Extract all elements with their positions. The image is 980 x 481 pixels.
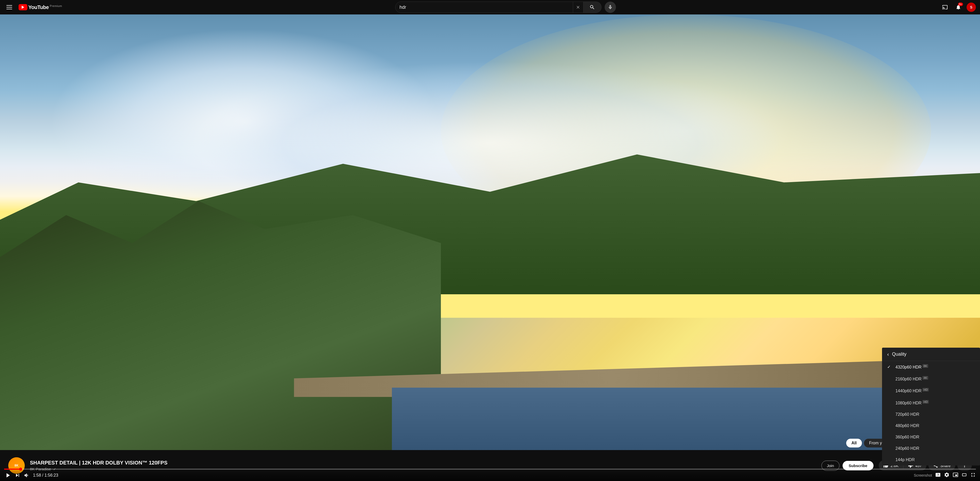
fullscreen-button[interactable] — [970, 472, 976, 479]
settings-button[interactable] — [944, 472, 950, 479]
quality-option-4320[interactable]: ✓ 4320p60 HDR8K — [882, 361, 980, 373]
time-display: 1:58 / 1:56:23 — [33, 473, 58, 478]
current-time: 1:58 — [33, 473, 41, 478]
next-button[interactable] — [14, 472, 21, 478]
video-controls: 1:58 / 1:56:23 Screenshot — [0, 468, 980, 481]
subtitles-button[interactable] — [935, 472, 941, 479]
quality-badge-8k: 8K — [923, 364, 928, 368]
quality-title: Quality — [892, 352, 907, 357]
search-input[interactable] — [399, 5, 569, 10]
premium-badge: Premium — [50, 5, 62, 8]
miniplayer-button[interactable] — [953, 472, 958, 479]
quality-label-144: 144p HDR — [896, 457, 975, 462]
quality-label-720: 720p60 HDR — [896, 412, 975, 417]
topbar: YouTube Premium — [0, 0, 980, 14]
play-button[interactable] — [4, 472, 11, 479]
screenshot-label: Screenshot — [914, 473, 932, 478]
quality-option-360[interactable]: 360p60 HDR — [882, 432, 980, 443]
quality-label-480: 480p60 HDR — [896, 424, 975, 428]
quality-panel: ‹ Quality ✓ 4320p60 HDR8K 2160p60 HDR4K — [882, 348, 980, 465]
cast-button[interactable] — [940, 2, 950, 13]
user-avatar[interactable]: S — [967, 3, 976, 12]
video-player[interactable]: ‹ Quality ✓ 4320p60 HDR8K 2160p60 HDR4K — [0, 14, 980, 481]
mute-button[interactable] — [24, 472, 30, 478]
clear-search-button[interactable] — [573, 2, 584, 13]
topbar-right: 9+ S — [935, 2, 976, 13]
quality-label-1080: 1080p60 HDRHD — [896, 400, 975, 405]
main-area: ‹ Quality ✓ 4320p60 HDR8K 2160p60 HDR4K — [0, 14, 980, 481]
progress-fill — [4, 468, 21, 470]
yt-icon — [19, 4, 27, 10]
quality-label-2160: 2160p60 HDR4K — [896, 376, 975, 381]
quality-option-1080[interactable]: 1080p60 HDRHD — [882, 397, 980, 409]
quality-badge-hd1080: HD — [923, 400, 929, 404]
check-icon: ✓ — [887, 365, 892, 370]
quality-option-2160[interactable]: 2160p60 HDR4K — [882, 373, 980, 385]
topbar-center — [81, 2, 929, 13]
quality-option-144[interactable]: 144p HDR — [882, 454, 980, 465]
quality-option-480[interactable]: 480p60 HDR — [882, 420, 980, 432]
quality-label-4320: 4320p60 HDR8K — [896, 365, 975, 370]
quality-badge-4k: 4K — [923, 376, 928, 380]
progress-bar[interactable] — [4, 468, 976, 470]
quality-back-button[interactable]: ‹ Quality — [882, 348, 980, 361]
pill-all[interactable]: All — [846, 439, 862, 448]
quality-option-1440[interactable]: 1440p60 HDRHD — [882, 385, 980, 397]
quality-badge-hd1440: HD — [923, 388, 929, 392]
hamburger-menu-icon[interactable] — [4, 2, 14, 13]
progress-dot — [19, 468, 22, 471]
theater-mode-button[interactable] — [961, 472, 967, 479]
video-title: SHARPEST DETAIL | 12K HDR DOLBY VISION™ … — [30, 460, 816, 466]
controls-row: 1:58 / 1:56:23 Screenshot — [4, 472, 976, 479]
quality-label-240: 240p60 HDR — [896, 446, 975, 451]
video-background — [0, 14, 980, 481]
search-input-wrap — [395, 2, 573, 13]
youtube-logo[interactable]: YouTube Premium — [19, 4, 62, 10]
quality-label-360: 360p60 HDR — [896, 435, 975, 440]
terrain-front — [0, 201, 441, 481]
quality-option-720[interactable]: 720p60 HDR — [882, 409, 980, 420]
voice-search-button[interactable] — [605, 2, 616, 13]
notifications-button[interactable]: 9+ — [953, 2, 964, 13]
quality-label-1440: 1440p60 HDRHD — [896, 388, 975, 393]
topbar-left: YouTube Premium — [4, 2, 76, 13]
search-button[interactable] — [584, 2, 601, 13]
quality-option-240[interactable]: 240p60 HDR — [882, 443, 980, 454]
yt-text: YouTube — [29, 5, 49, 10]
total-time: 1:56:23 — [45, 473, 58, 478]
back-arrow-icon: ‹ — [887, 351, 889, 357]
search-container — [395, 2, 601, 13]
notifications-badge: 9+ — [958, 3, 963, 6]
